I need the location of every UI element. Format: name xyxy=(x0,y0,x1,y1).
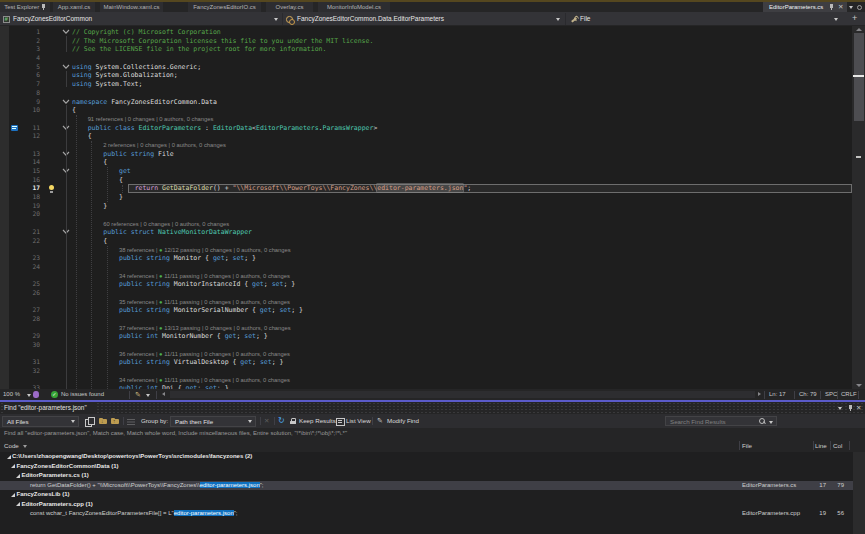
code-cleanup-icon[interactable]: ✎ xyxy=(135,389,141,400)
code-line-14[interactable]: 14 { xyxy=(0,158,853,167)
find-group-row[interactable]: EditorParameters.cpp (1) xyxy=(0,500,853,510)
column-file[interactable]: File xyxy=(742,439,752,452)
fold-chevron-icon[interactable] xyxy=(62,64,70,70)
find-panel-title-bar[interactable]: Find "editor-parameters.json" ✕ xyxy=(0,402,865,414)
scrollbar-down-icon[interactable] xyxy=(856,384,862,387)
find-group-row[interactable]: FancyZonesEditorCommon\Data (1) xyxy=(0,462,853,472)
code-line-13[interactable]: 13 public string File xyxy=(0,150,853,159)
code-editor[interactable]: 1// Copyright (c) Microsoft Corporation2… xyxy=(0,26,865,389)
column-col[interactable]: Col xyxy=(833,439,842,452)
hscroll-track[interactable] xyxy=(170,391,755,398)
code-line-3[interactable]: 3// See the LICENSE file in the project … xyxy=(0,45,853,54)
codelens-row[interactable]: 60 references | 0 changes | 0 authors, 0… xyxy=(0,219,853,228)
code-line-18[interactable]: 18 } xyxy=(0,193,853,202)
code-line-2[interactable]: 2// The Microsoft Corporation licenses t… xyxy=(0,37,853,46)
expanded-triangle-icon[interactable] xyxy=(11,493,15,497)
issues-status-text[interactable]: No issues found xyxy=(61,389,104,400)
modify-find-icon[interactable]: ✎ xyxy=(377,414,383,428)
code-line-21[interactable]: 21 public struct NativeMonitorDataWrappe… xyxy=(0,228,853,237)
close-panel-icon[interactable]: ✕ xyxy=(856,402,861,414)
search-find-results-input[interactable]: Search Find Results xyxy=(665,416,777,426)
code-line-25[interactable]: 25 public string MonitorInstanceId { get… xyxy=(0,280,853,289)
find-group-row[interactable]: C:\Users\zhaopengwang\Desktop\powertoys\… xyxy=(0,452,853,462)
codelens-row[interactable]: 2 references | 0 changes | 0 authors, 0 … xyxy=(0,141,853,150)
editor-vertical-scrollbar[interactable] xyxy=(852,26,865,389)
code-line-30[interactable]: 30 xyxy=(0,341,853,350)
tab-mainwindow-xaml-cs[interactable]: MainWindow.xaml.cs xyxy=(100,2,163,12)
code-cleanup-chevron-icon[interactable] xyxy=(146,394,150,397)
files-filter-dropdown[interactable]: All Files xyxy=(2,416,79,427)
code-line-6[interactable]: 6using System.Globalization; xyxy=(0,71,853,80)
zoom-level-dropdown[interactable]: 100 % xyxy=(3,389,20,400)
tab-monitorinfomodel-cs[interactable]: MonitorInfoModel.cs xyxy=(318,2,390,12)
code-line-29[interactable]: 29 public int MonitorNumber { get; set; … xyxy=(0,332,853,341)
hscroll-right-icon[interactable] xyxy=(758,392,761,396)
pin-icon[interactable] xyxy=(41,4,46,10)
spaces-indicator[interactable]: SPC xyxy=(825,389,837,400)
code-line-24[interactable]: 24 xyxy=(0,263,853,272)
column-code[interactable]: Code xyxy=(4,439,19,452)
code-line-10[interactable]: 10{ xyxy=(0,106,853,115)
code-line-11[interactable]: 11 public class EditorParameters : Edito… xyxy=(0,124,853,133)
find-group-row[interactable]: EditorParameters.cs (1) xyxy=(0,471,853,481)
search-options-chevron-icon[interactable] xyxy=(769,421,773,424)
code-line-28[interactable]: 28 xyxy=(0,315,853,324)
member-dropdown[interactable]: File xyxy=(567,13,843,25)
find-group-row[interactable]: FancyZonesLib (1) xyxy=(0,490,853,500)
expanded-triangle-icon[interactable] xyxy=(7,455,11,459)
close-icon[interactable]: ✕ xyxy=(838,2,843,12)
expanded-triangle-icon[interactable] xyxy=(16,474,20,478)
tab-options-icon[interactable] xyxy=(857,5,862,10)
find-match-row[interactable]: const wchar_t FancyZonesEditorParameters… xyxy=(0,509,853,519)
hscroll-left-icon[interactable] xyxy=(162,392,165,396)
code-line-8[interactable]: 8 xyxy=(0,89,853,98)
code-line-5[interactable]: 5using System.Collections.Generic; xyxy=(0,63,853,72)
code-line-17[interactable]: 17 return GetDataFolder() + "\\Microsoft… xyxy=(0,184,853,193)
tab-overlay-cs[interactable]: Overlay.cs xyxy=(266,2,313,12)
split-editor-icon[interactable]: + xyxy=(852,12,857,25)
scrollbar-thumb[interactable] xyxy=(854,33,864,121)
lightbulb-icon[interactable] xyxy=(48,185,55,193)
codelens-row[interactable]: 35 references | ● 11/11 passing | 0 chan… xyxy=(0,297,853,306)
line-indicator[interactable]: Ln: 17 xyxy=(769,389,786,400)
pin-icon[interactable] xyxy=(829,4,834,10)
code-line-23[interactable]: 23 public string Monitor { get; set; } xyxy=(0,254,853,263)
code-line-31[interactable]: 31 public string VirtualDesktop { get; s… xyxy=(0,358,853,367)
document-health-icon[interactable] xyxy=(33,391,39,398)
tab-editorparameters[interactable]: EditorParameters.cs ✕ xyxy=(763,2,847,12)
type-dropdown[interactable]: FancyZonesEditorCommon.Data.EditorParame… xyxy=(284,13,566,25)
code-line-19[interactable]: 19 } xyxy=(0,202,853,211)
code-column-chevron-icon[interactable] xyxy=(23,445,27,448)
find-match-row[interactable]: return GetDataFolder() + "\\Microsoft\\P… xyxy=(0,481,853,491)
modify-find-button[interactable]: Modify Find xyxy=(387,414,419,428)
keep-results-button[interactable]: Keep Results xyxy=(299,414,336,428)
code-line-27[interactable]: 27 public string MonitorSerialNumber { g… xyxy=(0,306,853,315)
column-line[interactable]: Line xyxy=(815,439,827,452)
line-ending-indicator[interactable]: CRLF xyxy=(841,389,857,400)
code-line-7[interactable]: 7using System.Text; xyxy=(0,80,853,89)
code-line-20[interactable]: 20 xyxy=(0,210,853,219)
tab-test-explorer[interactable]: Test Explorer xyxy=(0,2,50,12)
search-icon[interactable] xyxy=(759,418,766,425)
group-by-dropdown[interactable]: Path then File xyxy=(170,416,256,427)
code-line-12[interactable]: 12 { xyxy=(0,132,853,141)
codelens-row[interactable]: 37 references | ● 13/13 passing | 0 chan… xyxy=(0,323,853,332)
tab-list-chevron-icon[interactable] xyxy=(849,6,853,9)
fold-chevron-icon[interactable] xyxy=(62,99,70,105)
code-line-32[interactable]: 32 xyxy=(0,367,853,376)
find-results-scrollbar[interactable] xyxy=(853,452,865,534)
clear-results-icon[interactable]: ✕ xyxy=(264,414,269,428)
fold-chevron-icon[interactable] xyxy=(62,29,70,35)
codelens-row[interactable]: 38 references | ● 12/12 passing | 0 chan… xyxy=(0,245,853,254)
list-view-button[interactable]: List View xyxy=(346,414,371,428)
pin-panel-icon[interactable] xyxy=(848,405,853,411)
window-position-chevron-icon[interactable] xyxy=(838,407,842,410)
codelens-row[interactable]: 91 references | 0 changes | 0 authors, 0… xyxy=(0,115,853,124)
codelens-row[interactable]: 34 references | ● 11/11 passing | 0 chan… xyxy=(0,376,853,385)
tab-app-xaml-cs[interactable]: App.xaml.cs xyxy=(53,2,95,12)
refresh-icon[interactable]: ↻ xyxy=(278,417,285,425)
code-line-1[interactable]: 1// Copyright (c) Microsoft Corporation xyxy=(0,28,853,37)
code-line-22[interactable]: 22 { xyxy=(0,237,853,246)
codelens-row[interactable]: 34 references | ● 11/11 passing | 0 chan… xyxy=(0,271,853,280)
project-dropdown[interactable]: FancyZonesEditorCommon xyxy=(0,13,283,25)
